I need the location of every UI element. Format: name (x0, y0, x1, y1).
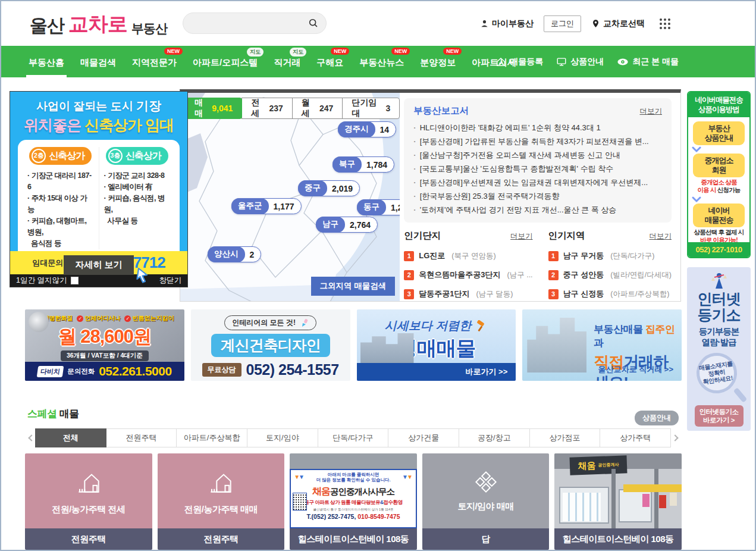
nav-local-expert[interactable]: 지역전문가NEW (132, 57, 177, 77)
tab-factory[interactable]: 공장/창고 (459, 428, 530, 447)
internet-registry-widget[interactable]: 인터넷등기소 등기부등본열람·발급 매물소재지를 정확히 확인하세요! 인터넷등… (687, 267, 751, 431)
banner-cctv-ad[interactable]: ✓선명한화질 ✓언제어디서나 ✓빈틈없는지킴이 월 28,600원 36개월 /… (25, 309, 184, 381)
interior-tagline: 인테리어의 모든 것! (224, 315, 316, 330)
popular-area-more[interactable]: 더보기 (650, 231, 672, 242)
rank-badge: 1 (548, 251, 559, 261)
popup-col-3f: 3층신축상가 기장군 교리 328-8 엘리베이터 有 커피숍, 음식점, 병원… (99, 147, 175, 249)
popup-close-button[interactable]: 창닫기 (159, 276, 182, 286)
login-button[interactable]: 로그인 (544, 15, 581, 32)
direct-deal-cta[interactable]: 울산교차로 직거래 >> (598, 364, 673, 375)
area-rank-1[interactable]: 1남구 무거동(단독/다가구) (548, 251, 672, 261)
banner-interior-ad[interactable]: 인테리어의 모든 것! 계신건축디자인 무료상담 052) 254-1557 (191, 309, 350, 381)
complex-rank-1[interactable]: 1LG진로(북구 연암동) (404, 251, 532, 261)
search-input[interactable] (183, 19, 308, 28)
registry-go-button[interactable]: 인터넷등기소바로가기 > (695, 405, 744, 427)
search-bar[interactable] (183, 12, 327, 34)
buildings-graphic (527, 318, 586, 372)
region-yangsan[interactable]: 양산시2 (208, 246, 261, 262)
new-badge: NEW (391, 48, 410, 55)
step-agent-member[interactable]: 중개업소회원 (693, 154, 745, 177)
banner-direct-deal-ad[interactable]: 부동산매물 집주인과 직접거래하세요! 울산교차로 직거래 >> (522, 309, 682, 381)
region-namgu[interactable]: 남구2,764 (316, 217, 378, 233)
report-item[interactable]: HL디앤아이한라 '태화강 에피트' 1순위 청약 44.3대 1 (413, 121, 662, 134)
recent-viewed-link[interactable]: 최근 본 매물 (617, 57, 679, 67)
tab-jeonse[interactable]: 전세237 (241, 98, 293, 119)
report-item[interactable]: [울산남구청]주거전용 오피스텔 재산세 과세변동 신고 안내 (413, 148, 662, 162)
gavel-icon (475, 320, 488, 332)
region-bukgu[interactable]: 북구1,784 (332, 156, 394, 173)
report-item[interactable]: [부동산경매] 가압류된 부동산을 취득한 제3자가 피보전채권을 변... (413, 134, 662, 148)
region-donggu[interactable]: 동구1,281 (357, 199, 400, 215)
region-junggu[interactable]: 중구2,019 (298, 180, 360, 196)
header: 울산 교차로 부동산 마이부동산 로그인 교차로선택 (1, 1, 755, 46)
tab-commercial-building[interactable]: 상가건물 (388, 428, 459, 447)
listing-card-5[interactable]: 채움공인중개사 힐스테이트이스턴베이 108동 (554, 453, 682, 550)
branch-select[interactable]: 교차로선택 (591, 18, 645, 29)
tab-store-house[interactable]: 상가주택 (600, 428, 671, 447)
tab-maemae[interactable]: 매매9,041 (185, 98, 242, 119)
tab-land[interactable]: 토지/임야 (247, 428, 318, 447)
listing-card-2[interactable]: 전원/농가주택 매매 전원주택 (158, 453, 285, 550)
report-title[interactable]: 부동산보고서 (413, 105, 469, 117)
listing-card-1[interactable]: 전원/농가주택 전세 전원주택 (25, 453, 152, 550)
tab-detached[interactable]: 단독/다가구 (318, 428, 389, 447)
popular-complex-more[interactable]: 더보기 (510, 231, 533, 242)
report-item[interactable]: [국토교통부]울산 '도심융합특구 종합발전계획' 수립 착수 (413, 162, 662, 176)
other-region-search-button[interactable]: 그외지역 매물검색 (311, 277, 396, 296)
area-rank-3[interactable]: 3남구 신정동(아파트/주상복합) (548, 289, 672, 299)
region-gyeongju[interactable]: 경주시14 (338, 121, 396, 137)
logo-city: 울산 (30, 14, 64, 38)
report-item[interactable]: [부동산경매]우선변제권 있는 임금채권 대위변제자에게 우선변제... (413, 176, 662, 189)
naver-transfer-widget[interactable]: 네이버매물전송상품이용방법 부동산상품안내 중개업소회원 중개업소 상품 이용 … (687, 91, 751, 258)
tab-country-house[interactable]: 전원주택 (106, 428, 177, 447)
report-item[interactable]: '토허제'에 주택사업 경기 전망 지표 개선...울산 큰 폭 상승 (413, 203, 662, 217)
deal-type-tabs: 매매9,041 전세237 월세247 단기임대3 (185, 98, 400, 119)
tab-wolse[interactable]: 월세247 (292, 98, 343, 119)
auction-cta-bar[interactable]: 바로가기 >> (357, 363, 516, 381)
nav-apt-officetel[interactable]: 아파트/오피스텔지도 (193, 57, 258, 77)
nav-presale[interactable]: 분양정보NEW (420, 57, 456, 77)
search-icon[interactable] (308, 18, 319, 29)
apps-grid-icon[interactable] (658, 17, 672, 30)
special-product-info-badge[interactable]: 상품안내 (635, 411, 679, 425)
main-content-box: 매매9,041 전세237 월세247 단기임대3 경주시14 북구1,784 … (180, 89, 681, 302)
banner-auction-ad[interactable]: 시세보다 저렴한 경매매물 바로가기 >> (357, 309, 516, 381)
tab-all[interactable]: 전체 (35, 428, 106, 447)
nav-news[interactable]: 부동산뉴스NEW (359, 57, 404, 77)
listing-card-4[interactable]: 토지/임야 매매 답 (422, 453, 550, 550)
region-uljugun[interactable]: 울주군1,177 (231, 198, 302, 214)
report-item[interactable]: [한국부동산원] 25.3월 전국주택가격동향 (413, 189, 662, 203)
map-badge: 지도 (290, 48, 306, 57)
report-more-link[interactable]: 더보기 (640, 107, 663, 117)
tabs-prev-arrow[interactable] (25, 428, 36, 447)
popup-col-2f: 2층신축상가 기장군 대라리 187-6 주차 15대 이상 가능 커피숍, 대… (23, 147, 99, 249)
area-rank-2[interactable]: 2중구 성안동(빌라/연립/다세대) (548, 270, 672, 280)
rank-badge: 2 (548, 270, 559, 280)
logo-brand: 교차로 (68, 11, 127, 38)
complex-rank-2[interactable]: 2옥현으뜸마을주공3단지(남구 ... (404, 270, 532, 280)
listing-card-3[interactable]: ▼▼ ▼▼ 아래의 마크를 클릭하시면더 많은 정보를 확인하실 수 있습니다.… (290, 453, 417, 550)
nav-search[interactable]: 매물검색 (80, 57, 116, 77)
complex-rank-3[interactable]: 3달동주공1단지(남구 달동) (404, 289, 532, 299)
popup-detail-button[interactable]: 자세히 보기 (64, 255, 133, 275)
tab-short-term[interactable]: 단기임대3 (342, 98, 400, 119)
tab-apartment[interactable]: 아파트/주상복합 (176, 428, 247, 447)
dont-open-checkbox[interactable] (71, 277, 79, 284)
cursor-arrow-icon (134, 267, 152, 284)
nav-wanted[interactable]: 구해요NEW (316, 57, 343, 77)
location-pin-icon (591, 18, 600, 29)
nav-direct-deal[interactable]: 직거래지도 (274, 57, 300, 77)
product-info-link[interactable]: 상품안내 (556, 57, 604, 67)
register-listing-link[interactable]: 매물등록 (495, 57, 543, 67)
naver-widget-phone[interactable]: 052) 227-1010 (688, 242, 749, 257)
step-product-info[interactable]: 부동산상품안내 (693, 121, 745, 145)
land-parcels-icon (470, 470, 501, 494)
justice-icon (687, 267, 751, 290)
my-realestate-link[interactable]: 마이부동산 (480, 18, 534, 29)
interior-phone: 052) 254-1557 (246, 361, 339, 378)
site-logo[interactable]: 울산 교차로 부동산 (30, 11, 167, 38)
step-naver-transfer[interactable]: 네이버매물전송 (693, 204, 745, 227)
tabs-next-arrow[interactable] (671, 428, 682, 447)
nav-home[interactable]: 부동산홈 (29, 57, 64, 77)
tab-store[interactable]: 상가점포 (529, 428, 601, 447)
